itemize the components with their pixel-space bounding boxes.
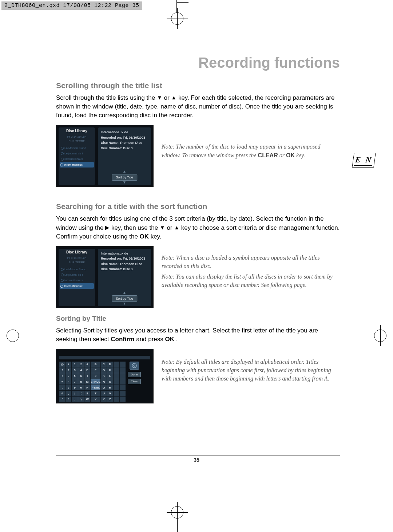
section-heading-searching: Searching for a title with the sort func… bbox=[56, 202, 340, 211]
panel-title: Disc Library bbox=[60, 250, 94, 254]
letter-cell: @ bbox=[59, 362, 65, 367]
letter-cell bbox=[114, 391, 119, 396]
panel-subtitle: SUR TERRE bbox=[60, 140, 94, 142]
key-name: OK bbox=[140, 233, 149, 240]
letter-cell: U bbox=[101, 391, 107, 396]
letter-cell: : bbox=[66, 385, 71, 390]
list-item: Internationaux bbox=[60, 277, 94, 283]
section1-note: Note: The number of the disc to load may… bbox=[162, 125, 340, 159]
text: key, then use the bbox=[111, 224, 160, 231]
info-line: Disc Number: Disc 3 bbox=[101, 146, 148, 151]
panel-subtitle: Pr 0 14:29 Lun bbox=[60, 256, 94, 260]
letter-cell: H bbox=[107, 367, 113, 373]
letter-cell: \ bbox=[66, 362, 71, 367]
info-line: Disc Number: Disc 3 bbox=[101, 267, 148, 272]
text: Selecting Sort by titles gives you acces… bbox=[56, 327, 318, 343]
letter-cell: ) bbox=[78, 397, 84, 402]
letter-cell: K bbox=[101, 373, 107, 379]
section2-note: Note: When a disc is loaded a symbol app… bbox=[162, 246, 340, 289]
text: . bbox=[176, 336, 178, 343]
letter-cell bbox=[120, 379, 126, 385]
letter-cell: 7 bbox=[72, 379, 78, 385]
down-arrow-icon: ▼ bbox=[157, 94, 162, 101]
page-title: Recording functions bbox=[56, 55, 340, 71]
letter-cell: D bbox=[107, 362, 113, 367]
print-header: 2_DTH8060_en.qxd 17/08/05 12:22 Page 35 bbox=[1, 1, 142, 10]
letter-cell: | bbox=[72, 391, 78, 396]
letter-cell: 5 bbox=[72, 373, 78, 379]
chevron-up-icon: ▲ bbox=[123, 291, 126, 295]
list-item: La Maison Blanc bbox=[60, 145, 94, 151]
letter-cell: M bbox=[84, 379, 90, 385]
letter-cell: A bbox=[84, 362, 90, 367]
key-name: Confirm bbox=[111, 336, 134, 343]
letter-cell: C bbox=[101, 362, 107, 367]
letter-cell: W bbox=[84, 397, 90, 402]
letter-cell: " bbox=[66, 379, 71, 385]
letter-cell: B bbox=[91, 362, 100, 367]
registration-mark bbox=[177, 502, 178, 523]
letter-cell bbox=[114, 367, 119, 373]
page-number: 35 bbox=[0, 457, 393, 463]
letter-cell: & bbox=[59, 391, 65, 396]
info-line: Internationaux de bbox=[101, 130, 148, 135]
letter-cell: I bbox=[84, 373, 90, 379]
chevron-up-icon: ▲ bbox=[123, 169, 126, 173]
text: or bbox=[279, 152, 286, 158]
panel-title: Disc Library bbox=[60, 129, 94, 133]
crop-mark bbox=[177, 520, 178, 532]
section3-body: Selecting Sort by titles gives you acces… bbox=[56, 326, 340, 344]
letter-cell bbox=[114, 397, 119, 402]
crop-mark bbox=[0, 336, 12, 336]
right-arrow-icon: ▶ bbox=[105, 224, 110, 231]
sort-button: Sort by Title bbox=[112, 295, 137, 302]
list-item: Le journal de l bbox=[60, 272, 94, 277]
text: or bbox=[164, 94, 171, 101]
list-item: Le journal de l bbox=[60, 151, 94, 156]
letter-cell bbox=[120, 391, 126, 396]
sort-button: Sort by Title bbox=[112, 174, 137, 181]
letter-cell bbox=[114, 379, 119, 385]
key-name: OK bbox=[165, 336, 175, 343]
svg-point-0 bbox=[132, 363, 136, 368]
letter-cell bbox=[120, 385, 126, 390]
letter-cell: 8 bbox=[78, 379, 84, 385]
info-line: Recorded on: Fri, 05/30/2003 bbox=[101, 135, 148, 140]
letter-cell: 3 bbox=[72, 367, 78, 373]
letter-cell: T bbox=[91, 391, 100, 396]
letter-cell: L bbox=[107, 373, 113, 379]
text: key. bbox=[151, 233, 162, 240]
letter-cell: V bbox=[107, 391, 113, 396]
letter-cell: N bbox=[101, 379, 107, 385]
list-item-selected: Internationaux bbox=[60, 283, 94, 289]
letter-cell bbox=[120, 397, 126, 402]
letter-cell: X bbox=[91, 397, 100, 402]
panel-subtitle: SUR TERRE bbox=[60, 261, 94, 264]
svg-point-1 bbox=[134, 365, 135, 366]
note-text: Note: You can also display the list of a… bbox=[162, 272, 340, 289]
note-text: Note: When a disc is loaded a symbol app… bbox=[162, 253, 340, 270]
info-line: Recorded on: Fri, 05/30/2003 bbox=[101, 256, 148, 261]
crop-mark bbox=[176, 0, 177, 12]
list-item: Internationaux bbox=[60, 156, 94, 162]
disc-preview-icon bbox=[130, 362, 139, 370]
text: and press bbox=[136, 336, 165, 343]
letter-cell bbox=[114, 385, 119, 390]
registration-mark bbox=[380, 325, 381, 346]
text: Scroll through the title lists using the bbox=[56, 94, 157, 101]
letter-cell: ; bbox=[72, 397, 78, 402]
up-arrow-icon: ▲ bbox=[171, 94, 176, 101]
letter-cell: F bbox=[91, 367, 100, 373]
letter-cell: ←DEL bbox=[91, 385, 100, 390]
letter-cell bbox=[114, 373, 119, 379]
title-strip bbox=[59, 356, 150, 359]
letter-cell: Z bbox=[107, 397, 113, 402]
letter-cell bbox=[114, 362, 119, 367]
info-line: Disc Name: Thomson Disc bbox=[101, 261, 148, 267]
letter-cell: O bbox=[107, 379, 113, 385]
letter-grid: @\12ABCD/?34EFGH!-56IJKL="78MSPACENO.:90… bbox=[59, 362, 126, 402]
footer-rule bbox=[56, 455, 340, 456]
letter-cell: = bbox=[59, 379, 65, 385]
clear-button: Clear bbox=[128, 379, 141, 384]
letter-cell: 6 bbox=[78, 373, 84, 379]
